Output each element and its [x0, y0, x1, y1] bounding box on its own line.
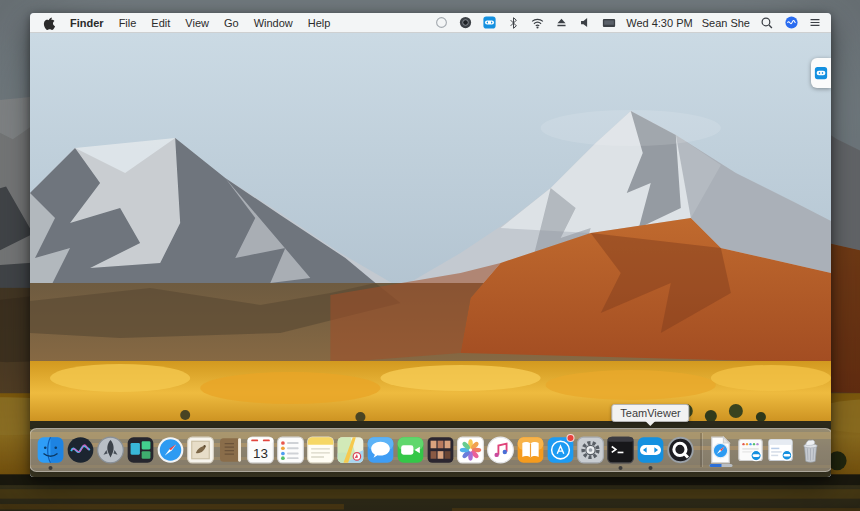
dock-item-photo-booth[interactable]	[426, 430, 455, 470]
dock-item-terminal[interactable]	[606, 430, 635, 470]
menu-go[interactable]: Go	[224, 17, 239, 29]
trash-icon	[797, 436, 825, 464]
maps-icon	[337, 436, 365, 464]
menu-view[interactable]: View	[185, 17, 209, 29]
reminders-icon	[277, 436, 305, 464]
running-indicator	[649, 466, 653, 470]
itunes-icon	[487, 436, 515, 464]
ibooks-icon	[517, 436, 545, 464]
dock-item-reminders[interactable]	[276, 430, 305, 470]
desktop-stage: FinderFileEditViewGoWindowHelp Wed 4:30 …	[0, 0, 860, 511]
volume-icon[interactable]	[577, 15, 593, 31]
mail-icon	[187, 436, 215, 464]
download-file-icon	[707, 436, 735, 464]
facetime-icon	[397, 436, 425, 464]
dock-item-finder[interactable]	[36, 430, 65, 470]
dock-item-mission-control[interactable]	[126, 430, 155, 470]
apple-icon[interactable]	[42, 16, 55, 30]
dock-item-facetime[interactable]	[396, 430, 425, 470]
dock-item-safari[interactable]	[156, 430, 185, 470]
spotlight-icon[interactable]	[759, 15, 775, 31]
dock-item-calendar[interactable]: 13	[246, 430, 275, 470]
dock-item-maps[interactable]	[336, 430, 365, 470]
menu-bar-user[interactable]: Sean She	[702, 17, 750, 29]
menu-file[interactable]: File	[119, 17, 137, 29]
terminal-icon	[607, 436, 635, 464]
dock-item-system-preferences[interactable]	[576, 430, 605, 470]
dock-item-launchpad[interactable]	[96, 430, 125, 470]
installer-window-icon	[737, 436, 765, 464]
dock-item-itunes[interactable]	[486, 430, 515, 470]
teamviewer-side-tab[interactable]	[811, 58, 831, 88]
teamviewer-icon	[637, 436, 665, 464]
eject-icon[interactable]	[553, 15, 569, 31]
siri-icon[interactable]	[783, 15, 799, 31]
camera-lens-icon[interactable]	[457, 15, 473, 31]
menu-bar-status: Wed 4:30 PM Sean She	[433, 15, 823, 31]
notification-badge	[566, 434, 574, 442]
teamviewer-tab-icon	[814, 66, 828, 80]
dock-item-app-store[interactable]	[546, 430, 575, 470]
safari-icon	[157, 436, 185, 464]
dock-item-download-file[interactable]	[706, 430, 735, 470]
svg-text:13: 13	[253, 446, 268, 461]
dock-item-trash[interactable]	[796, 430, 825, 470]
calendar-icon: 13	[247, 436, 275, 464]
menu-bar-menus: FinderFileEditViewGoWindowHelp	[42, 16, 330, 30]
photo-booth-icon	[427, 436, 455, 464]
running-indicator	[619, 466, 623, 470]
dock-item-notes[interactable]	[306, 430, 335, 470]
dock-item-finder-window[interactable]	[766, 430, 795, 470]
launchpad-icon	[97, 436, 125, 464]
dock-separator	[700, 433, 701, 467]
menu-finder[interactable]: Finder	[70, 17, 104, 29]
bluetooth-icon[interactable]	[505, 15, 521, 31]
desktop-wallpaper	[30, 33, 831, 477]
dock-item-messages[interactable]	[366, 430, 395, 470]
mission-control-icon	[127, 436, 155, 464]
menu-bar: FinderFileEditViewGoWindowHelp Wed 4:30 …	[30, 13, 831, 33]
dock-item-ibooks[interactable]	[516, 430, 545, 470]
session-status-icon[interactable]	[433, 15, 449, 31]
dock-item-teamviewer[interactable]: TeamViewer	[636, 430, 665, 470]
dock-item-photos[interactable]	[456, 430, 485, 470]
dock-item-siri[interactable]	[66, 430, 95, 470]
dock-item-installer-window[interactable]	[736, 430, 765, 470]
system-preferences-icon	[577, 436, 605, 464]
dock: 13TeamViewer	[30, 428, 831, 472]
contacts-icon	[217, 436, 245, 464]
siri-icon	[67, 436, 95, 464]
messages-icon	[367, 436, 395, 464]
menu-bar-clock[interactable]: Wed 4:30 PM	[626, 17, 692, 29]
quicktime-icon	[667, 436, 695, 464]
photos-icon	[457, 436, 485, 464]
dock-item-mail[interactable]	[186, 430, 215, 470]
wifi-icon[interactable]	[529, 15, 545, 31]
dock-tooltip: TeamViewer	[611, 404, 689, 422]
menu-help[interactable]: Help	[308, 17, 331, 29]
display-icon[interactable]	[601, 15, 617, 31]
menu-window[interactable]: Window	[254, 17, 293, 29]
teamviewer-menu-icon[interactable]	[481, 15, 497, 31]
dock-item-quicktime[interactable]	[666, 430, 695, 470]
notes-icon	[307, 436, 335, 464]
notification-center-icon[interactable]	[807, 15, 823, 31]
running-indicator	[49, 466, 53, 470]
remote-screen: FinderFileEditViewGoWindowHelp Wed 4:30 …	[30, 13, 831, 477]
finder-icon	[37, 436, 65, 464]
finder-window-icon	[767, 436, 795, 464]
menu-edit[interactable]: Edit	[151, 17, 170, 29]
dock-item-contacts[interactable]	[216, 430, 245, 470]
download-progress-bar	[709, 464, 732, 467]
